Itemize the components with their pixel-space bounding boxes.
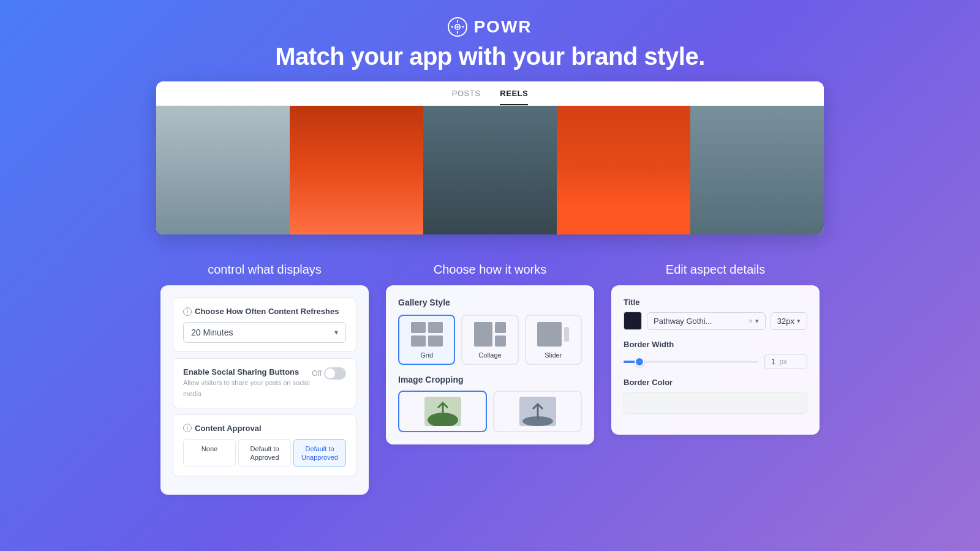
- border-width-track[interactable]: [624, 361, 758, 363]
- crop-option-2[interactable]: [493, 391, 582, 432]
- font-select-arrow: ▾: [755, 317, 759, 325]
- style-grid[interactable]: Grid: [398, 315, 455, 365]
- grid-label: Grid: [403, 351, 450, 359]
- preview-image-1: [156, 106, 290, 234]
- border-width-value: 1: [771, 357, 775, 366]
- title-field-label: Title: [624, 298, 807, 307]
- refresh-info-icon[interactable]: i: [183, 307, 192, 316]
- slider-label: Slider: [530, 351, 577, 359]
- crop-options: [398, 391, 582, 432]
- tab-reels[interactable]: REELS: [500, 89, 528, 105]
- header: POWR Match your app with your brand styl…: [0, 0, 980, 81]
- right-panel: Title Pathway Gothi... × ▾ 32px ▾ Bor: [611, 285, 820, 435]
- middle-panel-wrapper: Choose how it works Gallery Style Gri: [386, 263, 594, 495]
- svg-rect-10: [537, 322, 562, 347]
- social-toggle-row: Enable Social Sharing Buttons Allow visi…: [183, 367, 346, 399]
- svg-rect-7: [474, 322, 492, 347]
- right-section-title: Edit aspect details: [611, 263, 820, 277]
- crop-option-1[interactable]: [398, 391, 487, 432]
- right-panel-wrapper: Edit aspect details Title Pathway Gothi.…: [611, 263, 820, 495]
- toggle-off-text: Off: [312, 369, 322, 378]
- style-options: Grid Collage: [398, 315, 582, 365]
- approval-title-text: Content Approval: [195, 424, 262, 433]
- refresh-title-row: i Choose How Often Content Refreshes: [183, 307, 346, 316]
- powr-logo-icon: [448, 17, 467, 37]
- font-size-arrow: ▾: [797, 317, 801, 325]
- left-section-title: control what displays: [160, 263, 369, 277]
- svg-rect-4: [428, 322, 443, 333]
- font-size-select[interactable]: 32px ▾: [771, 312, 807, 330]
- approval-unapproved[interactable]: Default toUnapproved: [293, 439, 346, 468]
- preview-image-4: [557, 106, 690, 234]
- preview-image-3: [423, 106, 557, 234]
- collage-icon: [473, 321, 507, 348]
- approval-options: None Default toApproved Default toUnappr…: [183, 439, 346, 468]
- border-width-label: Border Width: [624, 340, 807, 349]
- bottom-panels: control what displays i Choose How Often…: [0, 247, 980, 495]
- image-cropping-title: Image Cropping: [398, 375, 582, 384]
- font-family-select[interactable]: Pathway Gothi... × ▾: [647, 312, 766, 330]
- border-color-section: Border Color: [624, 378, 807, 414]
- font-color-swatch[interactable]: [624, 312, 642, 330]
- social-sharing-sublabel: Allow visitors to share your posts on so…: [183, 379, 310, 397]
- style-collage[interactable]: Collage: [461, 315, 518, 365]
- border-width-unit: px: [779, 358, 787, 366]
- middle-section-title: Choose how it works: [386, 263, 594, 277]
- preview-image-2: [290, 106, 423, 234]
- tab-posts[interactable]: POSTS: [452, 89, 481, 105]
- social-sharing-box: Enable Social Sharing Buttons Allow visi…: [173, 358, 356, 408]
- svg-rect-3: [411, 322, 426, 333]
- preview-image-5: [690, 106, 824, 234]
- approval-approved[interactable]: Default toApproved: [238, 439, 291, 468]
- collage-label: Collage: [466, 351, 513, 359]
- gallery-style-title: Gallery Style: [398, 298, 582, 307]
- title-field-section: Title Pathway Gothi... × ▾ 32px ▾: [624, 298, 807, 330]
- font-clear-icon[interactable]: ×: [748, 317, 752, 324]
- svg-rect-9: [495, 335, 506, 347]
- svg-point-2: [456, 26, 459, 29]
- left-panel-wrapper: control what displays i Choose How Often…: [160, 263, 369, 495]
- border-color-label: Border Color: [624, 378, 807, 387]
- content-approval-box: i Content Approval None Default toApprov…: [173, 414, 356, 477]
- tagline: Match your app with your brand style.: [0, 43, 980, 70]
- preview-images: [156, 106, 824, 234]
- crop-preview-1: [424, 397, 461, 426]
- border-color-swatch[interactable]: [624, 392, 807, 414]
- refresh-title-text: Choose How Often Content Refreshes: [195, 307, 339, 316]
- font-row: Pathway Gothi... × ▾ 32px ▾: [624, 312, 807, 330]
- refresh-select-arrow: ▾: [334, 328, 338, 337]
- border-width-section: Border Width 1 px: [624, 340, 807, 369]
- font-size-value: 32px: [777, 317, 794, 326]
- grid-icon: [410, 321, 444, 348]
- social-label-group: Enable Social Sharing Buttons Allow visi…: [183, 367, 312, 399]
- refresh-value: 20 Minutes: [191, 328, 334, 337]
- font-name-text: Pathway Gothi...: [654, 317, 748, 326]
- svg-rect-11: [564, 327, 569, 342]
- preview-card: POSTS REELS: [156, 81, 824, 234]
- slider-icon: [536, 321, 570, 348]
- refresh-control-box: i Choose How Often Content Refreshes 20 …: [173, 298, 356, 352]
- style-slider[interactable]: Slider: [525, 315, 582, 365]
- logo-row: POWR: [0, 17, 980, 37]
- logo-text: POWR: [473, 17, 532, 37]
- crop-preview-2: [519, 397, 556, 426]
- social-sharing-toggle[interactable]: [324, 367, 346, 380]
- middle-panel: Gallery Style Grid: [386, 285, 594, 444]
- approval-info-icon[interactable]: i: [183, 424, 192, 432]
- left-panel: i Choose How Often Content Refreshes 20 …: [160, 285, 369, 495]
- refresh-select[interactable]: 20 Minutes ▾: [183, 322, 346, 343]
- border-width-thumb[interactable]: [635, 357, 644, 367]
- approval-title-row: i Content Approval: [183, 424, 346, 433]
- preview-tabs: POSTS REELS: [156, 81, 824, 106]
- border-width-value-box: 1 px: [764, 354, 807, 369]
- svg-rect-5: [411, 335, 426, 347]
- svg-rect-6: [428, 335, 443, 347]
- svg-rect-8: [495, 322, 506, 333]
- border-width-slider-row: 1 px: [624, 354, 807, 369]
- social-sharing-title: Enable Social Sharing Buttons: [183, 367, 312, 377]
- social-toggle-wrap: Off: [312, 367, 346, 380]
- approval-none[interactable]: None: [183, 439, 236, 468]
